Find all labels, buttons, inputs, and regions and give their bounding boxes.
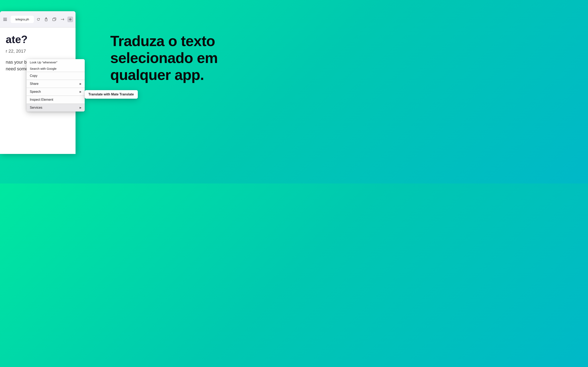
menu-item-lookup[interactable]: Look Up “whenever” <box>26 59 85 66</box>
promo-line-3: qualquer app. <box>110 67 204 83</box>
menu-item-speech[interactable]: Speech ▶ <box>26 88 85 96</box>
hamburger-line-3 <box>3 20 7 21</box>
services-arrow-icon: ▶ <box>80 106 81 109</box>
hamburger-menu-button[interactable] <box>2 16 9 23</box>
promo-text-content: Traduza o texto selecionado em qualquer … <box>110 33 286 83</box>
menu-section-lookup: Look Up “whenever” Search with Google <box>26 59 85 72</box>
hamburger-line-2 <box>3 19 7 20</box>
tabs-button[interactable] <box>51 16 58 23</box>
browser-toolbar: telegra.ph <box>0 11 76 27</box>
menu-item-search[interactable]: Search with Google <box>26 66 85 72</box>
page-title: ate? <box>6 34 70 45</box>
services-submenu: Translate with Mate Translate <box>85 90 138 99</box>
svg-rect-1 <box>53 18 55 21</box>
promo-text-block: Traduza o texto selecionado em qualquer … <box>110 33 286 83</box>
context-menu: Look Up “whenever” Search with Google Co… <box>26 59 85 111</box>
address-bar[interactable]: telegra.ph <box>11 16 34 23</box>
hamburger-line-1 <box>3 18 7 18</box>
promo-line-2: selecionado em <box>110 50 218 66</box>
reload-button[interactable] <box>35 17 41 22</box>
share-arrow-icon: ▶ <box>80 82 81 85</box>
menu-item-copy[interactable]: Copy <box>26 72 85 80</box>
url-text: telegra.ph <box>16 17 29 21</box>
share-button[interactable] <box>43 16 49 23</box>
new-tab-button[interactable] <box>67 17 73 22</box>
speech-arrow-icon: ▶ <box>80 90 81 93</box>
page-date: r 22, 2017 <box>6 49 70 54</box>
menu-item-translate[interactable]: Translate with Mate Translate <box>85 90 138 99</box>
more-button[interactable] <box>59 16 66 23</box>
menu-item-inspect[interactable]: Inspect Element <box>26 96 85 104</box>
menu-item-share[interactable]: Share ▶ <box>26 80 85 88</box>
promo-line-1: Traduza o texto <box>110 33 215 49</box>
menu-item-services[interactable]: Services ▶ <box>26 104 85 111</box>
